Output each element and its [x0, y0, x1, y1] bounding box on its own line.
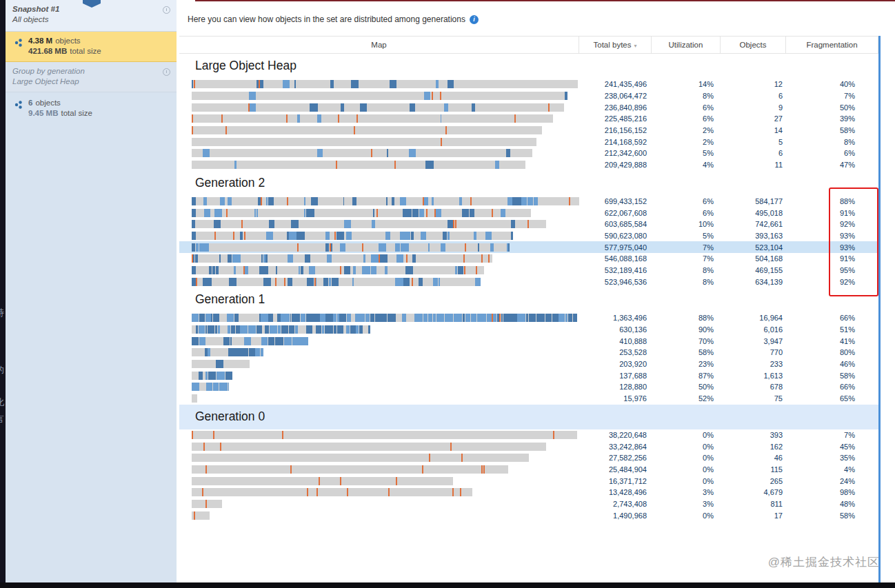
memory-map-cell [179, 219, 579, 230]
total-bytes-value: 15,976 [579, 394, 652, 403]
total-bytes-value: 253,528 [579, 348, 652, 356]
objects-value: 634,139 [721, 278, 786, 286]
total-bytes-value: 603,685,584 [579, 220, 652, 228]
memory-map-bar [192, 278, 481, 286]
group-title: Group by generation [12, 67, 177, 75]
heap-row[interactable]: 27,582,2560%4635% [179, 452, 878, 464]
sidebar: Snapshot #1 All objects 4.38 Mobjects 42… [6, 0, 178, 582]
fragmentation-value: 40% [786, 80, 878, 88]
heap-row[interactable]: 25,484,9040%1154% [179, 464, 878, 476]
total-bytes-value: 203,920 [579, 360, 652, 368]
memory-map-bar [192, 360, 250, 368]
right-accent-line [878, 36, 881, 582]
heap-row[interactable]: 699,433,1526%584,17788% [179, 196, 878, 207]
objects-value: 5 [721, 138, 786, 146]
memory-map-bar [192, 511, 210, 520]
memory-map-bar [192, 266, 484, 274]
section-title: Generation 2 [179, 171, 878, 196]
utilization-value: 6% [652, 197, 721, 205]
total-bytes-value: 137,688 [579, 372, 652, 380]
heap-row[interactable]: 603,685,58410%742,66192% [179, 219, 878, 230]
heap-row[interactable]: 238,064,4728%67% [179, 90, 878, 102]
fragmentation-value: 66% [786, 314, 878, 322]
column-header-total-bytes[interactable]: Total bytes▾ [579, 37, 652, 53]
heap-row[interactable]: 236,840,8966%950% [179, 101, 878, 113]
heap-row[interactable]: 15,97652%7565% [179, 393, 878, 405]
utilization-value: 0% [652, 511, 721, 520]
heap-row[interactable]: 16,371,7120%26524% [179, 475, 878, 487]
memory-map-cell [179, 125, 579, 136]
group-item-text: 6objects 9.45 MBtotal size [28, 99, 92, 119]
heap-row[interactable]: 128,88050%67866% [179, 381, 878, 393]
heap-row[interactable]: 546,088,1687%504,16891% [179, 253, 878, 265]
top-red-line [195, 0, 895, 1]
heap-row[interactable]: 590,623,0805%393,16393% [179, 230, 878, 242]
heap-row[interactable]: 622,067,6086%495,01891% [179, 207, 878, 219]
heap-row[interactable]: 630,13690%6,01651% [179, 324, 878, 336]
section-large-object-heap: Large Object Heap241,435,49614%1240%238,… [179, 54, 878, 171]
fragmentation-value: 58% [786, 372, 878, 380]
heap-row[interactable]: 209,429,8884%1147% [179, 159, 878, 171]
heap-row[interactable]: 410,88870%3,94741% [179, 335, 878, 347]
column-header-objects[interactable]: Objects [721, 37, 786, 53]
memory-map-cell [179, 452, 579, 464]
utilization-value: 8% [652, 92, 721, 100]
utilization-value: 3% [652, 500, 721, 508]
column-header-utilization[interactable]: Utilization [652, 37, 721, 53]
bottom-bar [0, 582, 895, 588]
objects-value: 678 [721, 383, 786, 391]
sidebar-item-loh-objects[interactable]: 6objects 9.45 MBtotal size [6, 92, 177, 119]
memory-map-cell [179, 148, 579, 159]
heap-row[interactable]: 1,490,9680%1758% [179, 509, 878, 521]
heap-row[interactable]: 203,92023%23346% [179, 358, 878, 370]
fragmentation-value: 66% [786, 383, 878, 391]
objects-value: 393 [721, 431, 786, 439]
heap-row[interactable]: 38,220,6480%3937% [179, 429, 878, 441]
memory-map-cell [179, 253, 579, 265]
fragmentation-value: 24% [786, 477, 878, 485]
objects-value: 46 [721, 454, 786, 462]
fragmentation-value: 7% [786, 92, 878, 100]
watermark: @稀土掘金技术社区 [768, 554, 880, 570]
objects-value: 12 [721, 80, 786, 88]
total-bytes-value: 590,623,080 [579, 232, 652, 240]
heap-row[interactable]: 33,242,8640%16245% [179, 440, 878, 452]
heap-row[interactable]: 253,52858%77080% [179, 347, 878, 358]
heap-row[interactable]: 225,485,2166%2739% [179, 113, 878, 125]
heap-row[interactable]: 214,168,5922%58% [179, 136, 878, 148]
total-size-label: total size [61, 109, 92, 117]
memory-map-cell [179, 369, 579, 381]
section-generation-2: Generation 2699,433,1526%584,17788%622,0… [179, 171, 878, 288]
heap-row[interactable]: 241,435,49614%1240% [179, 79, 878, 90]
heap-row[interactable]: 2,743,4083%81148% [179, 498, 878, 510]
info-icon[interactable]: i [470, 15, 479, 24]
column-header-map[interactable]: Map [179, 37, 579, 53]
fragmentation-value: 39% [786, 114, 878, 123]
memory-map-bar [192, 243, 510, 252]
heap-row[interactable]: 1,363,49688%16,96466% [179, 312, 878, 324]
memory-map-bar [192, 348, 263, 356]
heap-row[interactable]: 523,946,5368%634,13992% [179, 276, 878, 287]
utilization-value: 2% [652, 138, 721, 146]
section-title: Generation 0 [179, 405, 878, 429]
heap-row[interactable]: 13,428,4963%4,67998% [179, 487, 878, 498]
sidebar-item-all-objects[interactable]: 4.38 Mobjects 421.68 MBtotal size [6, 32, 177, 62]
heap-row[interactable]: 212,342,6005%66% [179, 148, 878, 159]
objects-value: 469,155 [721, 266, 786, 274]
fragmentation-value: 41% [786, 337, 878, 345]
column-header-fragmentation[interactable]: Fragmentation [786, 37, 878, 53]
memory-map-cell [179, 196, 579, 207]
memory-map-cell [179, 358, 579, 370]
object-count-label: objects [55, 37, 80, 45]
utilization-value: 5% [652, 149, 721, 157]
memory-map-cell [179, 230, 579, 242]
heap-row-selected[interactable]: 577,975,0407%523,10493% [179, 241, 878, 253]
memory-map-cell [179, 207, 579, 219]
heap-row[interactable]: 532,189,4168%469,15595% [179, 265, 878, 276]
memory-map-cell [179, 464, 579, 476]
fragmentation-value: 93% [786, 232, 878, 240]
heap-row[interactable]: 216,156,1522%1458% [179, 125, 878, 136]
edge-glyph: 言 [0, 414, 4, 424]
memory-map-bar [192, 454, 529, 462]
heap-row[interactable]: 137,68887%1,61358% [179, 369, 878, 381]
